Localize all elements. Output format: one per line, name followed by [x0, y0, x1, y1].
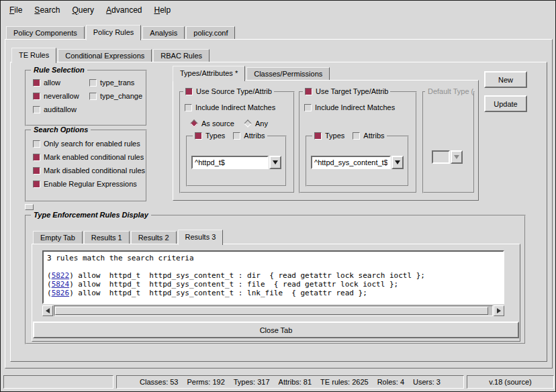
target-combo-arrow-button[interactable]	[391, 156, 404, 169]
checkbox-indicator	[33, 140, 40, 148]
target-type-input[interactable]	[311, 156, 391, 169]
checkbox-label: Mark enabled conditional rules	[44, 153, 144, 161]
tab-types-attributes[interactable]: Types/Attributes *	[173, 66, 245, 81]
checkbox-target-types[interactable]: Types	[314, 132, 344, 140]
default-type-group: Default Type (Disa	[422, 91, 475, 193]
tab-policy-conf[interactable]: policy.conf	[186, 26, 235, 39]
tab-results-3[interactable]: Results 3	[178, 230, 224, 245]
tab-results-2[interactable]: Results 2	[131, 231, 177, 244]
tab-label: Analysis	[150, 29, 177, 37]
scrollbar-trough[interactable]	[54, 305, 493, 316]
checkbox-mark-enabled-conditional[interactable]: Mark enabled conditional rules	[33, 153, 145, 161]
checkbox-allow[interactable]: allow	[33, 79, 89, 87]
menu-help[interactable]: Help	[148, 3, 177, 17]
radio-indicator	[244, 119, 251, 127]
checkbox-label: auditallow	[44, 105, 77, 113]
checkbox-mark-disabled-conditional[interactable]: Mark disabled conditional rules	[33, 166, 145, 175]
tab-policy-components[interactable]: Policy Components	[6, 26, 85, 39]
checkbox-only-enabled-rules[interactable]: Only search for enabled rules	[33, 140, 145, 148]
checkbox-type-trans[interactable]: type_trans	[89, 79, 142, 87]
checkbox-target-attribs[interactable]: Attribs	[353, 132, 384, 140]
stat-te-rules: TE rules: 2625	[320, 378, 369, 386]
tab-conditional-expressions[interactable]: Conditional Expressions	[58, 49, 152, 62]
menu-help-label: H	[154, 5, 160, 15]
tab-empty[interactable]: Empty Tab	[33, 231, 83, 244]
paren: (	[47, 289, 52, 297]
checkbox-auditallow[interactable]: auditallow	[33, 105, 89, 113]
close-tab-label: Close Tab	[260, 326, 293, 334]
update-button-label: Update	[494, 100, 517, 108]
rule-text: allow httpd_t httpd_sys_content_t : file…	[74, 280, 398, 289]
checkbox-use-source-type[interactable]: Use Source Type/Attrib	[183, 87, 274, 95]
rule-selection-options: allow type_trans neverallow type_change …	[33, 79, 142, 113]
menu-file[interactable]: File	[3, 3, 28, 17]
use-source-type-group: Use Source Type/Attrib Include Indirect …	[179, 91, 295, 193]
paren: (	[47, 280, 52, 289]
checkbox-neverallow[interactable]: neverallow	[33, 92, 89, 100]
results-text-area[interactable]: 3 rules match the search criteria (5822)…	[42, 250, 504, 304]
scroll-left-button[interactable]	[42, 305, 53, 316]
menu-search[interactable]: Search	[28, 3, 66, 17]
tab-analysis[interactable]: Analysis	[142, 26, 185, 39]
source-combo-arrow-button[interactable]	[269, 156, 281, 169]
checkbox-label: Include Indirect Matches	[315, 103, 395, 111]
source-types-attribs-header: Types Attribs	[193, 132, 267, 140]
menu-advanced[interactable]: Advanced	[100, 3, 148, 17]
group-title: Search Options	[31, 126, 91, 134]
checkbox-indicator	[233, 132, 240, 140]
tab-label: Classes/Permissions	[254, 70, 322, 78]
stat-attribs: Attribs: 81	[279, 378, 312, 386]
checkbox-label: allow	[44, 79, 60, 87]
tab-results-1[interactable]: Results 1	[84, 231, 130, 244]
stat-perms: Perms: 192	[187, 378, 225, 386]
tab-rbac-rules[interactable]: RBAC Rules	[153, 49, 210, 62]
te-rule-line: (5822) allow httpd_t httpd_sys_content_t…	[47, 271, 500, 280]
tab-policy-rules[interactable]: Policy Rules	[86, 25, 142, 40]
tab-te-rules[interactable]: TE Rules	[11, 48, 56, 63]
checkbox-use-target-type[interactable]: Use Target Type/Attrib	[303, 87, 390, 95]
group-title: Default Type (Disa	[425, 87, 473, 96]
rule-selection-group: Rule Selection allow type_trans neverall…	[25, 70, 147, 126]
source-types-attribs-frame: Types Attribs	[186, 136, 287, 187]
checkbox-label: Types	[205, 132, 225, 140]
checkbox-type-change[interactable]: type_change	[89, 92, 142, 100]
paren: )	[69, 289, 74, 297]
tab-label: TE Rules	[19, 51, 49, 59]
update-button[interactable]: Update	[484, 95, 527, 112]
results-summary: 3 rules match the search criteria	[47, 254, 500, 262]
rule-number-link[interactable]: 5826	[52, 289, 70, 297]
checkbox-indicator	[89, 93, 97, 100]
menu-query[interactable]: Query	[66, 3, 100, 17]
checkbox-source-types[interactable]: Types	[195, 132, 225, 140]
rule-number-link[interactable]: 5824	[52, 280, 70, 289]
main-tab-bar: Policy Components Policy Rules Analysis …	[6, 24, 236, 39]
rule-number-link[interactable]: 5822	[52, 271, 70, 280]
target-type-combobox	[311, 156, 404, 169]
radio-any[interactable]: Any	[244, 119, 268, 128]
menu-file-label: ile	[14, 5, 22, 15]
close-tab-button[interactable]: Close Tab	[33, 322, 519, 338]
checkbox-source-indirect-matches[interactable]: Include Indirect Matches	[185, 103, 275, 111]
checkbox-indicator	[33, 93, 40, 100]
checkbox-source-attribs[interactable]: Attribs	[233, 132, 265, 140]
checkbox-label: Enable Regular Expressions	[44, 180, 137, 188]
source-type-input[interactable]	[191, 156, 269, 169]
checkbox-target-indirect-matches[interactable]: Include Indirect Matches	[304, 103, 395, 111]
policy-version: v.18 (source)	[489, 378, 531, 386]
checkbox-indicator	[353, 132, 360, 140]
policy-stats: Classes: 53 Perms: 192 Types: 317 Attrib…	[140, 378, 441, 386]
source-type-combobox	[191, 156, 281, 169]
radio-indicator	[190, 119, 197, 127]
new-button[interactable]: New	[484, 71, 527, 88]
radio-as-source[interactable]: As source	[190, 119, 234, 128]
scrollbar-thumb[interactable]	[55, 307, 488, 315]
menu-help-label: elp	[160, 5, 171, 15]
checkbox-indicator	[33, 167, 40, 175]
sash-grip[interactable]	[25, 204, 34, 210]
tab-classes-permissions[interactable]: Classes/Permissions	[246, 67, 330, 80]
checkbox-indicator	[195, 132, 202, 140]
scroll-right-button[interactable]	[494, 305, 504, 316]
checkbox-enable-regex[interactable]: Enable Regular Expressions	[33, 180, 145, 188]
paren: (	[47, 271, 52, 280]
group-title: Type Enforcement Rules Display	[31, 211, 151, 219]
